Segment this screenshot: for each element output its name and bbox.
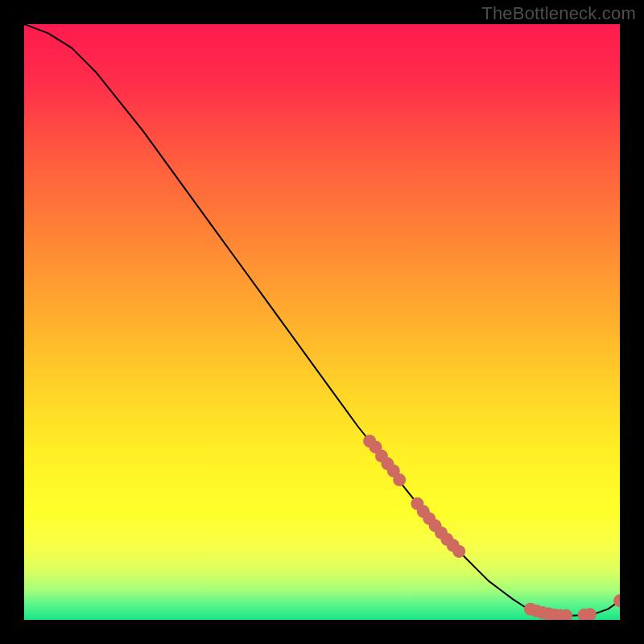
background-gradient bbox=[24, 24, 620, 620]
plot-area bbox=[24, 24, 620, 620]
data-marker bbox=[452, 545, 465, 558]
chart-frame: TheBottleneck.com bbox=[0, 0, 644, 644]
chart-svg bbox=[24, 24, 620, 620]
data-marker bbox=[393, 473, 406, 486]
watermark-text: TheBottleneck.com bbox=[481, 3, 636, 24]
